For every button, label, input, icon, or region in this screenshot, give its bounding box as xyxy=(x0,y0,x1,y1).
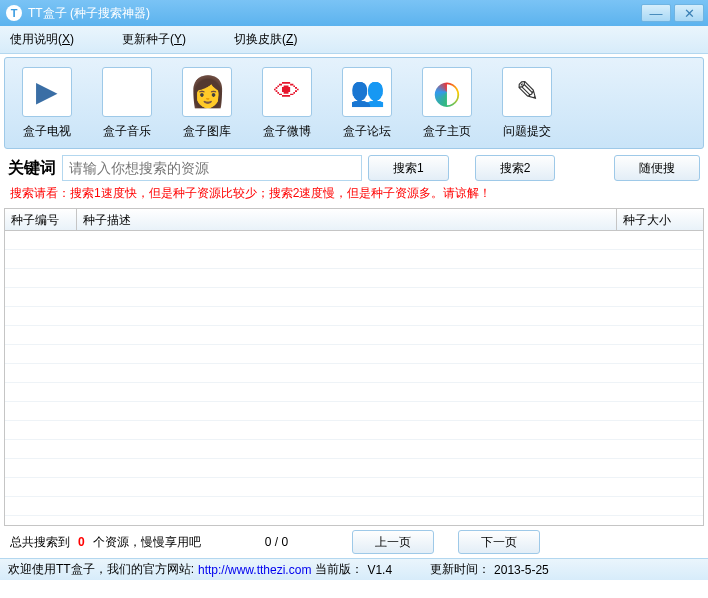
next-page-button[interactable]: 下一页 xyxy=(458,530,540,554)
table-row xyxy=(5,364,703,383)
update-time-label: 更新时间： xyxy=(430,561,490,578)
random-search-button[interactable]: 随便搜 xyxy=(614,155,700,181)
table-row xyxy=(5,231,703,250)
close-button[interactable]: ✕ xyxy=(674,4,704,22)
table-row xyxy=(5,440,703,459)
table-row xyxy=(5,326,703,345)
toolbar-feedback[interactable]: 问题提交 xyxy=(493,67,561,140)
keyword-label: 关键词 xyxy=(8,158,56,179)
col-seed-id[interactable]: 种子编号 xyxy=(5,209,77,230)
statusbar: 欢迎使用TT盒子，我们的官方网站: http://www.tthezi.com … xyxy=(0,558,708,580)
weibo-icon xyxy=(262,67,312,117)
table-row xyxy=(5,478,703,497)
toolbar-music[interactable]: 盒子音乐 xyxy=(93,67,161,140)
result-count-prefix: 总共搜索到 xyxy=(10,534,70,551)
table-header: 种子编号 种子描述 种子大小 xyxy=(5,209,703,231)
table-row xyxy=(5,250,703,269)
table-body[interactable] xyxy=(5,231,703,526)
menu-update[interactable]: 更新种子(Y) xyxy=(122,31,186,48)
status-welcome: 欢迎使用TT盒子，我们的官方网站: xyxy=(8,561,194,578)
version-label: 当前版： xyxy=(315,561,363,578)
toolbar-tv[interactable]: 盒子电视 xyxy=(13,67,81,140)
official-url[interactable]: http://www.tthezi.com xyxy=(198,563,311,577)
menu-help[interactable]: 使用说明(X) xyxy=(10,31,74,48)
toolbar-gallery[interactable]: 盒子图库 xyxy=(173,67,241,140)
search-bar: 关键词 搜索1 搜索2 随便搜 xyxy=(0,149,708,183)
music-icon xyxy=(102,67,152,117)
table-row xyxy=(5,459,703,478)
table-row xyxy=(5,497,703,516)
titlebar[interactable]: T TT盒子 (种子搜索神器) — ✕ xyxy=(0,0,708,26)
table-row xyxy=(5,307,703,326)
menu-skin[interactable]: 切换皮肤(Z) xyxy=(234,31,297,48)
update-time-value: 2013-5-25 xyxy=(494,563,549,577)
search1-button[interactable]: 搜索1 xyxy=(368,155,449,181)
toolbar-forum[interactable]: 盒子论坛 xyxy=(333,67,401,140)
table-row xyxy=(5,345,703,364)
window-title: TT盒子 (种子搜索神器) xyxy=(28,5,638,22)
table-row xyxy=(5,269,703,288)
col-seed-size[interactable]: 种子大小 xyxy=(617,209,703,230)
gallery-icon xyxy=(182,67,232,117)
result-count-suffix: 个资源，慢慢享用吧 xyxy=(93,534,201,551)
table-row xyxy=(5,288,703,307)
version-value: V1.4 xyxy=(367,563,392,577)
toolbar-weibo[interactable]: 盒子微博 xyxy=(253,67,321,140)
search2-button[interactable]: 搜索2 xyxy=(475,155,556,181)
toolbar-home[interactable]: 盒子主页 xyxy=(413,67,481,140)
app-icon: T xyxy=(6,5,22,21)
page-indicator: 0 / 0 xyxy=(265,535,288,549)
result-count: 0 xyxy=(78,535,85,549)
search-hint: 搜索请看：搜索1速度快，但是种子资源比较少；搜索2速度慢，但是种子资源多。请谅解… xyxy=(0,183,708,208)
table-row xyxy=(5,421,703,440)
results-table: 种子编号 种子描述 种子大小 xyxy=(4,208,704,526)
col-seed-desc[interactable]: 种子描述 xyxy=(77,209,617,230)
search-input[interactable] xyxy=(62,155,362,181)
toolbar: 盒子电视 盒子音乐 盒子图库 盒子微博 盒子论坛 盒子主页 问题提交 xyxy=(4,57,704,149)
pager: 总共搜索到 0 个资源，慢慢享用吧 0 / 0 上一页 下一页 xyxy=(0,526,708,558)
minimize-button[interactable]: — xyxy=(641,4,671,22)
table-row xyxy=(5,383,703,402)
prev-page-button[interactable]: 上一页 xyxy=(352,530,434,554)
menubar: 使用说明(X) 更新种子(Y) 切换皮肤(Z) xyxy=(0,26,708,54)
feedback-icon xyxy=(502,67,552,117)
table-row xyxy=(5,402,703,421)
home-icon xyxy=(422,67,472,117)
tv-icon xyxy=(22,67,72,117)
forum-icon xyxy=(342,67,392,117)
